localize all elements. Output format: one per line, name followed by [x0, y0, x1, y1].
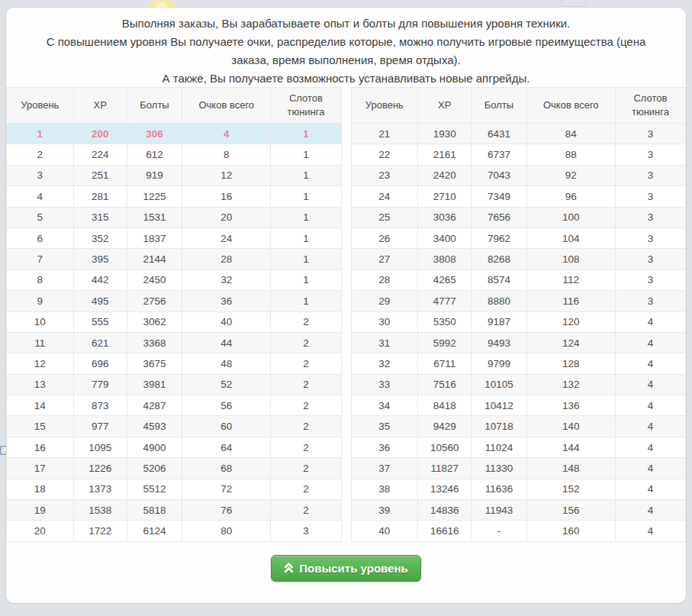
column-header: Болты: [127, 88, 182, 124]
table-cell: 3: [615, 144, 685, 165]
table-cell: 6737: [472, 144, 526, 165]
table-cell: 1226: [73, 458, 127, 479]
table-row: 2427107349963: [351, 186, 686, 207]
table-row: 26340079621043: [351, 227, 686, 248]
table-cell: 9187: [472, 311, 526, 332]
table-cell: 4: [615, 458, 685, 479]
table-cell: 4900: [127, 437, 182, 457]
table-cell: 1: [271, 124, 341, 144]
table-row: 3813246116361524: [351, 479, 686, 499]
table-cell: 8: [7, 269, 74, 290]
column-header: Уровень: [7, 88, 74, 124]
table-row: 28426585741123: [351, 269, 686, 290]
table-cell: 10560: [418, 437, 472, 457]
table-cell: 27: [351, 249, 418, 269]
table-cell: 140: [526, 416, 615, 437]
table-cell: 2: [271, 395, 341, 416]
table-cell: 37: [351, 458, 418, 479]
table-cell: 2710: [418, 186, 472, 207]
table-cell: 160: [526, 521, 615, 541]
table-row: 116213368442: [7, 332, 342, 353]
table-cell: 28: [182, 249, 271, 269]
table-cell: 11024: [472, 437, 526, 457]
table-cell: 7656: [472, 207, 526, 227]
levels-table-1-20: УровеньXPБолтыОчков всегоСлотов тюнинга …: [6, 87, 342, 542]
table-row: 2221616737883: [351, 144, 686, 165]
table-row: 42811225161: [7, 186, 342, 207]
table-cell: 1: [271, 165, 341, 185]
table-cell: 124: [526, 332, 615, 353]
intro-line-3: А также, Вы получаете возможность устана…: [26, 69, 666, 88]
column-header: XP: [418, 88, 472, 124]
table-cell: 2: [271, 332, 341, 353]
table-cell: 22: [351, 144, 418, 165]
table-cell: 3: [615, 186, 685, 207]
table-cell: 24: [351, 186, 418, 207]
table-cell: 14: [7, 395, 74, 416]
table-cell: 108: [526, 249, 615, 269]
table-cell: 9: [7, 291, 74, 311]
table-cell: 3: [615, 207, 685, 227]
table-row: 1813735512722: [7, 479, 342, 499]
table-cell: 15: [7, 416, 74, 437]
table-cell: 3: [615, 249, 685, 269]
table-cell: 281: [73, 186, 127, 207]
table-cell: 10412: [472, 395, 526, 416]
table-cell: 4: [7, 186, 74, 207]
table-cell: 8880: [472, 291, 526, 311]
table-cell: 152: [526, 479, 615, 499]
table-cell: 19: [7, 500, 74, 521]
table-row: 137793981522: [7, 374, 342, 395]
table-cell: 76: [182, 500, 271, 521]
table-row: 31599294931244: [351, 332, 686, 353]
table-cell: 4: [615, 374, 685, 395]
column-header: Уровень: [351, 88, 418, 124]
table-cell: 10: [7, 311, 74, 332]
intro-line-2: С повышением уровня Вы получаете очки, р…: [26, 33, 666, 69]
table-cell: 92: [526, 165, 615, 185]
table-cell: 2: [271, 416, 341, 437]
table-cell: 31: [351, 332, 418, 353]
table-row: 84422450321: [7, 269, 342, 290]
table-cell: 1930: [418, 124, 472, 144]
table-cell: 8268: [472, 249, 526, 269]
table-cell: 977: [73, 416, 127, 437]
table-cell: 11330: [472, 458, 526, 479]
table-cell: 5206: [127, 458, 182, 479]
table-row: 348418104121364: [351, 395, 686, 416]
table-cell: 3036: [418, 207, 472, 227]
table-cell: 116: [526, 291, 615, 311]
table-cell: 13: [7, 374, 74, 395]
table-cell: 6: [7, 227, 74, 248]
table-cell: 6431: [472, 124, 526, 144]
table-row: 2324207043923: [351, 165, 686, 185]
column-header: Болты: [472, 88, 526, 124]
table-row: 94952756361: [7, 291, 342, 311]
table-cell: 3981: [127, 374, 182, 395]
table-cell: 2161: [418, 144, 472, 165]
table-row: 1712265206682: [7, 458, 342, 479]
table-cell: 1: [271, 227, 341, 248]
table-cell: 5992: [418, 332, 472, 353]
table-cell: 38: [351, 479, 418, 499]
table-cell: 2144: [127, 249, 182, 269]
table-cell: 48: [182, 353, 271, 374]
level-up-button[interactable]: Повысить уровень: [271, 555, 420, 582]
table-cell: 32: [351, 353, 418, 374]
table-row: 63521837241: [7, 227, 342, 248]
table-cell: 4: [615, 479, 685, 499]
table-cell: 442: [73, 269, 127, 290]
table-cell: 3: [615, 269, 685, 290]
table-cell: 68: [182, 458, 271, 479]
table-cell: 3: [615, 291, 685, 311]
table-cell: 1: [7, 124, 74, 144]
table-cell: 80: [182, 521, 271, 541]
table-cell: 6711: [418, 353, 472, 374]
table-row: 29477788801163: [351, 291, 686, 311]
table-cell: 2: [271, 458, 341, 479]
table-cell: 9429: [418, 416, 472, 437]
table-cell: 1: [271, 144, 341, 165]
table-cell: 40: [182, 311, 271, 332]
table-cell: 3675: [127, 353, 182, 374]
table-cell: 4593: [127, 416, 182, 437]
